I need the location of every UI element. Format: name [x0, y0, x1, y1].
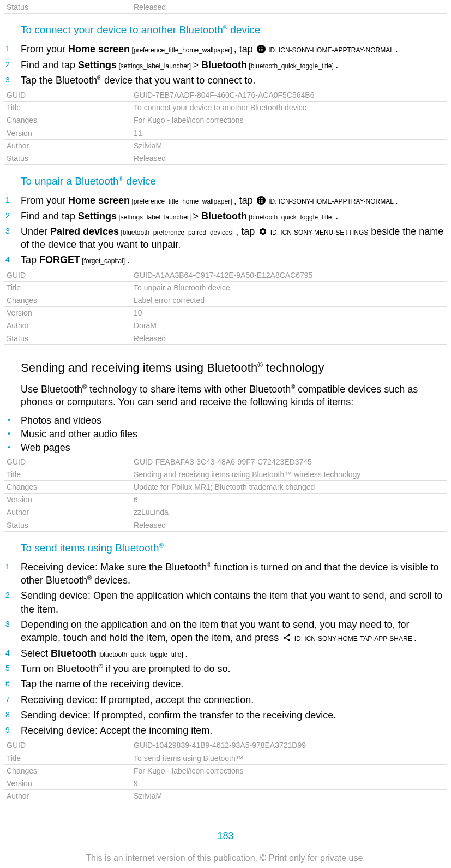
meta-row: Status Released — [4, 1, 447, 14]
title-text: device — [227, 25, 260, 36]
step-text: Select — [21, 648, 51, 659]
meta-key: Version — [4, 307, 131, 319]
section-title-sending: Sending and receiving items using Blueto… — [21, 360, 447, 376]
step-number: 1 — [5, 562, 10, 572]
title-text: To send items using Bluetooth — [21, 542, 159, 554]
step-text: . — [127, 254, 129, 265]
step-number: 6 — [5, 679, 10, 689]
step-number: 5 — [5, 663, 10, 674]
document-page: Status Released To connect your device t… — [0, 1, 451, 864]
meta-key: GUID — [4, 739, 131, 752]
meta-key: Changes — [4, 481, 131, 494]
meta-value: GUID-7EB7AADF-804F-460C-A176-ACA0F5C564B… — [131, 89, 447, 102]
meta-key: Version — [4, 777, 131, 789]
step-text: . — [414, 632, 417, 643]
label-settings: Settings — [78, 60, 117, 70]
list-item: Web pages — [4, 442, 447, 454]
step-text: Under — [21, 226, 50, 237]
meta-value: Released — [131, 1, 447, 14]
meta-key: Status — [4, 1, 131, 14]
meta-value: Released — [131, 332, 447, 344]
step-item: 7 Receiving device: If prompted, accept … — [4, 693, 447, 706]
step-item: 6 Tap the name of the receiving device. — [4, 677, 447, 691]
meta-key: Status — [4, 332, 131, 344]
step-item: 1 From your Home screen [preference_titl… — [4, 194, 447, 207]
step-text: . — [335, 211, 338, 222]
meta-key: Changes — [4, 114, 131, 127]
reg-mark: ® — [87, 574, 92, 581]
meta-key: Status — [4, 519, 131, 531]
meta-value: Update for Pollux MR1; Bluetooth tradema… — [131, 481, 447, 494]
reg-mark: ® — [119, 175, 123, 182]
meta-value: Released — [131, 519, 447, 531]
step-number: 3 — [5, 619, 10, 629]
meta-key: Title — [4, 102, 131, 114]
meta-value: GUID-10429839-41B9-4612-93A5-978EA3721D9… — [131, 739, 447, 752]
annotation: [forget_capital] — [80, 257, 127, 265]
list-item: Music and other audio files — [4, 428, 447, 441]
step-text: , tap — [236, 226, 257, 237]
annotation: [preference_title_home_wallpaper] — [130, 198, 234, 205]
step-text: Receiving device: If prompted, accept th… — [21, 694, 254, 705]
step-number: 8 — [5, 710, 10, 720]
step-number: 3 — [5, 75, 10, 85]
reg-mark: ® — [97, 74, 101, 81]
step-item: 3 Depending on the application and on th… — [4, 618, 447, 645]
step-text: Find and tap — [21, 211, 78, 222]
svg-line-3 — [286, 636, 288, 638]
step-item: 8 Sending device: If prompted, confirm t… — [4, 709, 447, 722]
meta-value: Released — [131, 152, 447, 165]
icon-id: ID: ICN-SONY-HOME-APPTRAY-NORMAL — [267, 198, 395, 205]
svg-point-2 — [288, 639, 290, 641]
footer-text: This is an internet version of this publ… — [4, 853, 447, 864]
step-text: . — [395, 195, 398, 206]
bulleted-list: Photos and videos Music and other audio … — [4, 414, 447, 455]
reg-mark: ® — [223, 24, 227, 31]
annotation: [preference_title_home_wallpaper] — [130, 46, 234, 54]
meta-table-unpair: GUIDGUID-A1AA3B64-C917-412E-9A50-E12A8CA… — [4, 269, 447, 345]
meta-key: Changes — [4, 764, 131, 777]
step-item: 2 Sending device: Open the application w… — [4, 589, 447, 616]
reg-mark: ® — [159, 542, 164, 549]
meta-value: GUID-A1AA3B64-C917-412E-9A50-E12A8CAC679… — [131, 269, 447, 282]
step-number: 4 — [5, 254, 10, 265]
step-text: Receiving device: Accept the incoming it… — [21, 725, 212, 736]
meta-key: Changes — [4, 294, 131, 307]
meta-key: Title — [4, 281, 131, 294]
page-number: 183 — [4, 830, 447, 842]
step-number: 2 — [5, 211, 10, 221]
annotation: [bluetooth_quick_toggle_title] — [247, 213, 335, 221]
meta-key: Title — [4, 752, 131, 764]
title-text: To unpair a Bluetooth — [21, 176, 119, 187]
label-settings: Settings — [78, 211, 117, 222]
meta-key: GUID — [4, 456, 131, 468]
step-text: From your — [21, 195, 68, 206]
annotation: [settings_label_launcher] — [117, 62, 193, 70]
step-number: 7 — [5, 694, 10, 705]
meta-value: 9 — [131, 777, 447, 789]
meta-value: 6 — [131, 494, 447, 506]
section-title-connect: To connect your device to another Blueto… — [21, 23, 447, 37]
meta-value: 11 — [131, 127, 447, 139]
label-forget: FORGET — [39, 254, 80, 265]
step-text: Receiving device: Make sure the Bluetoot… — [21, 562, 207, 573]
meta-value: Sending and receiving items using Blueto… — [131, 468, 447, 480]
meta-value: GUID-FEABAFA3-3C43-48A6-99F7-C72423ED374… — [131, 456, 447, 468]
meta-table-top: Status Released — [4, 1, 447, 14]
step-text: . — [335, 60, 338, 70]
label-home-screen: Home screen — [68, 195, 130, 206]
reg-mark: ® — [257, 361, 263, 369]
step-item: 2 Find and tap Settings [settings_label_… — [4, 58, 447, 72]
para-text: technology to share items with other Blu… — [87, 384, 291, 395]
apptray-icon — [257, 196, 266, 205]
label-paired-devices: Paired devices — [50, 226, 119, 237]
step-item: 5 Turn on Bluetooth® if you are prompted… — [4, 662, 447, 675]
icon-id: ID: ICN-SONY-MENU-SETTINGS — [268, 229, 368, 236]
svg-point-1 — [284, 637, 286, 639]
step-text: devices. — [92, 575, 130, 586]
icon-id: ID: ICN-SONY-HOME-TAP-APP-SHARE — [292, 635, 414, 643]
reg-mark: ® — [82, 383, 87, 390]
meta-table-send: GUIDGUID-10429839-41B9-4612-93A5-978EA37… — [4, 739, 447, 802]
meta-table-connect: GUIDGUID-7EB7AADF-804F-460C-A176-ACA0F5C… — [4, 89, 447, 165]
meta-key: Status — [4, 152, 131, 165]
